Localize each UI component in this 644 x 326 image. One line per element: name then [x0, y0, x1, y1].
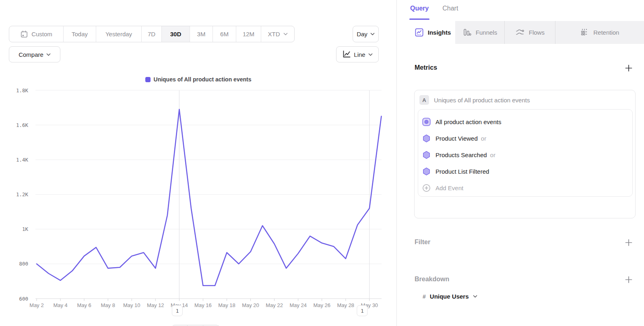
add-event-button[interactable]: Add Event: [418, 180, 632, 196]
retention-icon: [580, 28, 589, 37]
breakdown-heading: Breakdown: [415, 276, 449, 283]
tab-query[interactable]: Query: [410, 5, 429, 16]
svg-text:1: 1: [175, 308, 179, 314]
svg-text:May 28: May 28: [337, 302, 354, 308]
svg-text:May 26: May 26: [313, 302, 330, 308]
svg-text:May 12: May 12: [147, 302, 164, 308]
add-filter-button[interactable]: [625, 239, 633, 247]
chart-area: CustomTodayYesterday7D30D3M6M12MXTD Day …: [0, 0, 396, 326]
event-hexagon-icon: [422, 134, 431, 143]
metrics-heading: Metrics: [415, 64, 437, 71]
svg-text:May 6: May 6: [77, 302, 91, 308]
event-name: Products Searched: [436, 152, 487, 158]
add-breakdown-button[interactable]: [625, 276, 633, 284]
svg-text:1.4K: 1.4K: [16, 157, 29, 163]
panel-tab-bar: QueryChart: [410, 5, 458, 16]
event-name: Add Event: [436, 185, 463, 191]
svg-text:May 10: May 10: [123, 302, 140, 308]
series-badge: A: [419, 95, 429, 105]
analytics-app: CustomTodayYesterday7D30D3M6M12MXTD Day …: [0, 0, 644, 326]
svg-text:May 8: May 8: [101, 302, 115, 308]
event-hexagon-icon: [422, 151, 431, 159]
annotation-badge[interactable]: 1: [357, 305, 367, 316]
event-operator: or: [490, 152, 495, 158]
tab-flows[interactable]: Flows: [505, 21, 555, 44]
plus-icon: [625, 64, 632, 72]
svg-text:May 2: May 2: [29, 302, 43, 308]
annotation-badge[interactable]: 1: [172, 305, 182, 316]
tab-label: Insights: [428, 29, 451, 36]
all-events-icon: [422, 118, 431, 126]
tab-label: Flows: [529, 29, 545, 36]
event-row-2[interactable]: Products Searchedor: [418, 147, 632, 163]
filter-heading: Filter: [415, 239, 430, 246]
event-name: Product List Filtered: [436, 168, 489, 175]
svg-text:May 18: May 18: [218, 302, 235, 308]
tab-chart[interactable]: Chart: [442, 5, 458, 16]
aggregation-label: Unique Users: [430, 293, 469, 300]
svg-text:1.8K: 1.8K: [16, 87, 29, 93]
tab-retention[interactable]: Retention: [555, 21, 644, 44]
svg-text:1.6K: 1.6K: [16, 122, 29, 128]
line-chart[interactable]: 6008001K1.2K1.4K1.6K1.8KMay 2May 4May 6M…: [0, 0, 396, 326]
metric-card: A Uniques of All product action events A…: [414, 90, 636, 218]
event-list: All product action eventsProduct Viewedo…: [418, 109, 633, 197]
flows-icon: [515, 28, 525, 37]
plus-icon: [625, 239, 632, 246]
insights-icon: [415, 28, 424, 37]
chevron-down-icon: [473, 295, 477, 298]
chevron-down-icon: [473, 295, 477, 298]
tab-insights[interactable]: Insights: [410, 21, 455, 44]
svg-text:1K: 1K: [22, 226, 29, 232]
add-metric-button[interactable]: [625, 64, 633, 72]
svg-text:May 20: May 20: [242, 302, 259, 308]
event-name: Product Viewed: [436, 135, 478, 142]
plus-icon: [625, 276, 632, 283]
event-row-0[interactable]: All product action events: [418, 114, 632, 130]
svg-text:May 4: May 4: [53, 302, 67, 308]
event-hexagon-icon: [422, 167, 431, 176]
event-operator: or: [481, 135, 486, 142]
svg-text:May 16: May 16: [194, 302, 212, 308]
add-event-icon: [422, 184, 431, 192]
data-series-line[interactable]: [37, 109, 381, 285]
aggregation-selector[interactable]: # Unique Users: [423, 293, 477, 300]
series-title: Uniques of All product action events: [434, 97, 530, 104]
funnels-icon: [462, 28, 472, 37]
event-row-3[interactable]: Product List Filtered: [418, 163, 632, 180]
svg-text:800: 800: [19, 261, 28, 267]
svg-text:600: 600: [19, 296, 28, 302]
number-icon: #: [423, 293, 426, 300]
svg-text:May 22: May 22: [266, 302, 283, 308]
series-row: A Uniques of All product action events: [419, 95, 530, 105]
tab-label: Funnels: [476, 29, 497, 36]
event-name: All product action events: [436, 118, 501, 125]
svg-text:1.2K: 1.2K: [16, 191, 29, 197]
svg-text:May 24: May 24: [289, 302, 307, 308]
tab-label: Retention: [593, 29, 619, 36]
event-row-1[interactable]: Product Viewedor: [418, 130, 632, 147]
svg-text:1: 1: [361, 308, 364, 314]
query-panel: QueryChart InsightsFunnelsFlowsRetention…: [396, 0, 644, 326]
tab-funnels[interactable]: Funnels: [455, 21, 505, 44]
report-tab-bar: InsightsFunnelsFlowsRetention: [410, 21, 644, 44]
